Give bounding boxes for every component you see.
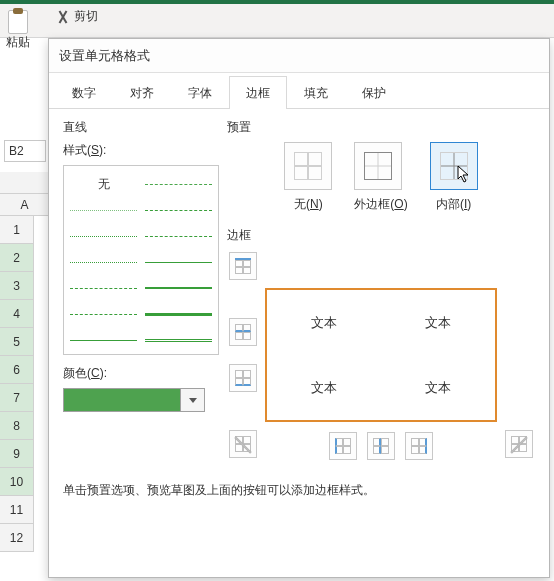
tab-alignment[interactable]: 对齐 bbox=[113, 76, 171, 109]
row-header[interactable]: 7 bbox=[0, 384, 34, 412]
ribbon: 粘贴 剪切 bbox=[0, 0, 554, 38]
color-label-suffix: ): bbox=[100, 366, 107, 380]
border-bottom-button[interactable] bbox=[229, 364, 257, 392]
row-header[interactable]: 3 bbox=[0, 272, 34, 300]
style-label: 样式(S): bbox=[63, 142, 219, 159]
row-header[interactable]: 10 bbox=[0, 468, 34, 496]
row-header[interactable]: 11 bbox=[0, 496, 34, 524]
tab-font[interactable]: 字体 bbox=[171, 76, 229, 109]
style-label-prefix: 样式( bbox=[63, 143, 91, 157]
line-style-option[interactable] bbox=[70, 314, 137, 315]
excel-window: 粘贴 剪切 B2 A 1 2 3 4 5 6 7 8 9 10 11 12 设置… bbox=[0, 0, 554, 581]
line-style-option[interactable] bbox=[145, 262, 212, 263]
tab-protection[interactable]: 保护 bbox=[345, 76, 403, 109]
tab-border[interactable]: 边框 bbox=[229, 76, 287, 109]
preset-inner-button[interactable] bbox=[430, 142, 478, 190]
style-label-key: S bbox=[91, 143, 99, 157]
app-accent-bar bbox=[0, 0, 554, 4]
border-diag-down-button[interactable] bbox=[229, 430, 257, 458]
cut-label: 剪切 bbox=[74, 8, 98, 25]
format-cells-dialog: 设置单元格格式 数字 对齐 字体 边框 填充 保护 直线 样式(S): 无 bbox=[48, 38, 550, 578]
border-diag-up-button[interactable] bbox=[505, 430, 533, 458]
hint-text: 单击预置选项、预览草图及上面的按钮可以添加边框样式。 bbox=[49, 460, 549, 499]
chevron-down-icon bbox=[189, 398, 197, 403]
line-style-list[interactable]: 无 bbox=[63, 165, 219, 355]
color-label-key: C bbox=[91, 366, 100, 380]
border-preview[interactable]: 文本 文本 文本 文本 bbox=[265, 288, 497, 422]
color-label-prefix: 颜色( bbox=[63, 366, 91, 380]
tab-number[interactable]: 数字 bbox=[55, 76, 113, 109]
preview-cell-text: 文本 bbox=[311, 379, 337, 397]
color-dropdown-button[interactable] bbox=[181, 388, 205, 412]
line-style-option[interactable] bbox=[145, 236, 212, 237]
row-header[interactable]: 5 bbox=[0, 328, 34, 356]
row-header[interactable]: 9 bbox=[0, 440, 34, 468]
line-style-option[interactable] bbox=[70, 210, 137, 211]
preview-cell-text: 文本 bbox=[425, 379, 451, 397]
border-left-button[interactable] bbox=[329, 432, 357, 460]
scissors-icon bbox=[56, 10, 70, 24]
preview-cell-text: 文本 bbox=[311, 314, 337, 332]
line-style-option[interactable] bbox=[145, 339, 212, 342]
paste-label: 粘贴 bbox=[6, 34, 30, 51]
preset-outer-button[interactable] bbox=[354, 142, 402, 190]
color-label: 颜色(C): bbox=[63, 365, 219, 382]
line-style-option[interactable] bbox=[145, 313, 212, 316]
cut-button[interactable]: 剪切 bbox=[56, 8, 98, 25]
row-header[interactable]: 6 bbox=[0, 356, 34, 384]
row-header[interactable]: 2 bbox=[0, 244, 34, 272]
border-top-button[interactable] bbox=[229, 252, 257, 280]
paste-button[interactable]: 粘贴 bbox=[4, 8, 32, 51]
row-headers: 1 2 3 4 5 6 7 8 9 10 11 12 bbox=[0, 216, 34, 552]
dialog-tabs: 数字 对齐 字体 边框 填充 保护 bbox=[49, 73, 549, 109]
line-style-none[interactable]: 无 bbox=[70, 176, 137, 193]
line-style-option[interactable] bbox=[145, 210, 212, 211]
dialog-title: 设置单元格格式 bbox=[49, 39, 549, 73]
column-headers: A bbox=[0, 172, 50, 216]
border-mid-v-button[interactable] bbox=[367, 432, 395, 460]
row-header[interactable]: 8 bbox=[0, 412, 34, 440]
preset-none-button[interactable] bbox=[284, 142, 332, 190]
preset-none-label: 无(N) bbox=[284, 196, 332, 213]
line-style-option[interactable] bbox=[145, 287, 212, 289]
line-style-option[interactable] bbox=[70, 288, 137, 289]
name-box[interactable]: B2 bbox=[4, 140, 46, 162]
row-header[interactable]: 12 bbox=[0, 524, 34, 552]
border-tab-content: 直线 样式(S): 无 bbox=[49, 109, 549, 460]
preset-outer-label: 外边框(O) bbox=[354, 196, 407, 213]
line-style-option[interactable] bbox=[70, 236, 137, 237]
line-section-label: 直线 bbox=[63, 119, 219, 136]
column-header-a[interactable]: A bbox=[0, 194, 49, 216]
tab-fill[interactable]: 填充 bbox=[287, 76, 345, 109]
clipboard-icon bbox=[4, 8, 32, 36]
border-section-label: 边框 bbox=[227, 227, 535, 244]
preset-inner-label: 内部(I) bbox=[430, 196, 478, 213]
preset-section-label: 预置 bbox=[227, 119, 535, 136]
line-style-option[interactable] bbox=[70, 262, 137, 263]
color-swatch[interactable] bbox=[63, 388, 181, 412]
line-style-option[interactable] bbox=[145, 184, 212, 185]
line-style-option[interactable] bbox=[70, 340, 137, 341]
row-header[interactable]: 1 bbox=[0, 216, 34, 244]
select-all-corner[interactable] bbox=[0, 172, 49, 194]
border-right-button[interactable] bbox=[405, 432, 433, 460]
border-mid-h-button[interactable] bbox=[229, 318, 257, 346]
row-header[interactable]: 4 bbox=[0, 300, 34, 328]
style-label-suffix: ): bbox=[99, 143, 106, 157]
preview-cell-text: 文本 bbox=[425, 314, 451, 332]
